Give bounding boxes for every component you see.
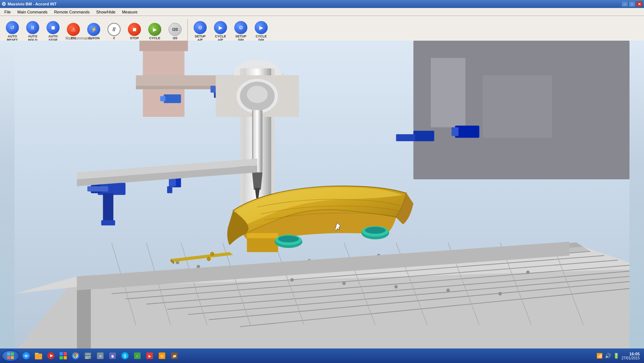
stop-button[interactable]: ⏹ STOP (125, 22, 144, 41)
svg-point-112 (89, 356, 90, 358)
auto-stop-icon: ⏹ (46, 21, 60, 34)
titlebar-controls: ─ □ ✕ (621, 1, 643, 7)
svg-text:⊞: ⊞ (161, 354, 163, 358)
menu-show-hide[interactable]: Show/Hide (93, 9, 118, 15)
svg-rect-26 (413, 131, 434, 141)
taskbar-explorer-icon[interactable] (33, 350, 44, 362)
svg-rect-74 (167, 186, 172, 193)
svg-text:S: S (123, 354, 126, 359)
setup-dh-button[interactable]: ⚙ SETUPD/H (231, 20, 250, 43)
svg-rect-94 (11, 356, 14, 359)
svg-point-66 (498, 292, 502, 295)
svg-point-114 (88, 358, 89, 359)
svg-text:✓: ✓ (136, 354, 139, 358)
app-title: Massivio BM - Accord INT (8, 2, 57, 6)
svg-rect-102 (64, 352, 67, 355)
svg-rect-101 (60, 352, 63, 355)
svg-rect-69 (87, 186, 108, 191)
svg-point-64 (394, 285, 398, 289)
start-button[interactable] (1, 350, 20, 362)
cycle-dh-icon: ▶ (255, 21, 268, 34)
cycle-icon: ▶ (148, 23, 161, 36)
svg-rect-103 (60, 356, 63, 359)
svg-rect-92 (11, 352, 14, 355)
clock-date: 27/01/2015 (621, 356, 640, 360)
taskbar-skype-icon[interactable]: S (119, 350, 131, 362)
taskbar-app5-icon[interactable]: 📁 (169, 350, 180, 362)
svg-rect-25 (483, 75, 552, 138)
auxon-icon: ⚡ (87, 23, 100, 36)
battery-icon: 🔋 (613, 353, 619, 359)
menu-measure[interactable]: Measure (119, 9, 141, 15)
titlebar-left: ⚙ Massivio BM - Accord INT (1, 1, 57, 7)
svg-rect-28 (455, 126, 479, 138)
taskbar-control-icon[interactable] (57, 350, 69, 362)
svg-rect-104 (64, 356, 67, 359)
svg-point-90 (207, 257, 211, 261)
taskbar-ie-icon[interactable]: e (20, 350, 32, 362)
svg-text:▶: ▶ (149, 354, 151, 358)
menu-remote-commands[interactable]: Remote Commands (51, 9, 93, 15)
taskbar-media-icon[interactable] (45, 350, 57, 362)
svg-text:📋: 📋 (111, 354, 114, 358)
svg-point-113 (86, 358, 87, 359)
svg-marker-19 (252, 172, 263, 190)
svg-text:e: e (25, 354, 27, 358)
cycle-dh-button[interactable]: ▶ CYCLED/H (252, 20, 271, 43)
setup-ae-button[interactable]: ⚙ SETUPA/E (191, 20, 210, 43)
app-icon: ⚙ (1, 1, 6, 7)
svg-point-16 (247, 86, 268, 103)
cycle-ae-icon: ▶ (214, 21, 227, 34)
taskbar-app3-icon[interactable]: ▶ (144, 350, 155, 362)
minimize-button[interactable]: ─ (621, 1, 628, 7)
clock-time: 16:05 (621, 352, 640, 356)
svg-point-115 (89, 358, 90, 359)
svg-rect-8 (160, 96, 165, 101)
svg-text:📁: 📁 (173, 354, 177, 358)
menubar: File Main Commands Remote Commands Show/… (0, 8, 644, 16)
taskbar-app2-icon[interactable]: ✓ (131, 350, 143, 362)
svg-rect-71 (101, 220, 115, 225)
cycle-label: CYCLE (149, 37, 161, 40)
system-clock: 16:05 27/01/2015 (621, 352, 640, 360)
svg-point-111 (88, 356, 89, 358)
close-button[interactable]: ✕ (636, 1, 643, 7)
taskbar-utility-icon[interactable]: ⚙ (94, 350, 106, 362)
stop-label: STOP (130, 37, 139, 40)
pause-label: // (113, 37, 115, 40)
taskbar-app1-icon[interactable]: 📋 (107, 350, 118, 362)
auto-hold-icon: ⏸ (26, 21, 39, 34)
em-icon: ⚠ (67, 23, 80, 36)
pause-icon: // (108, 23, 121, 36)
svg-point-62 (290, 278, 294, 282)
svg-rect-91 (7, 352, 10, 355)
menu-file[interactable]: File (1, 9, 14, 15)
svg-rect-29 (451, 127, 458, 136)
taskbar-chrome-icon[interactable] (70, 350, 81, 362)
svg-point-65 (446, 289, 450, 292)
svg-point-61 (526, 270, 530, 274)
svg-point-81 (278, 236, 299, 242)
auto-stop-button[interactable]: ⏹ AUTOSTOP (44, 20, 62, 43)
svg-rect-2 (139, 41, 188, 51)
toolbar-section-label: Main commands (65, 36, 92, 40)
svg-point-84 (365, 227, 385, 234)
taskbar: e ⚙ 📋 S ✓ ▶ ⊞ 📁 📶 🔊 🔋 16:05 27/ (0, 348, 644, 363)
auto-hold-button[interactable]: ⏸ AUTOHOLD (23, 20, 42, 43)
i20-button[interactable]: I20 I20 (166, 22, 185, 41)
maximize-button[interactable]: □ (629, 1, 635, 7)
setup-dh-icon: ⚙ (234, 21, 247, 34)
svg-rect-78 (247, 233, 278, 238)
svg-rect-98 (35, 353, 39, 354)
taskbar-calc-icon[interactable] (82, 350, 94, 362)
auto-reset-button[interactable]: ↺ AUTORESET (3, 20, 22, 43)
svg-text:⚙: ⚙ (99, 355, 102, 358)
cycle-ae-button[interactable]: ▶ CYCLEA/E (211, 20, 230, 43)
pause-button[interactable]: // // (105, 22, 123, 41)
windows-logo-icon (6, 351, 15, 360)
taskbar-app4-icon[interactable]: ⊞ (156, 350, 168, 362)
3d-viewport[interactable] (0, 41, 644, 348)
stop-icon: ⏹ (128, 23, 141, 36)
cycle-button[interactable]: ▶ CYCLE (145, 22, 164, 41)
menu-main-commands[interactable]: Main Commands (15, 9, 50, 15)
